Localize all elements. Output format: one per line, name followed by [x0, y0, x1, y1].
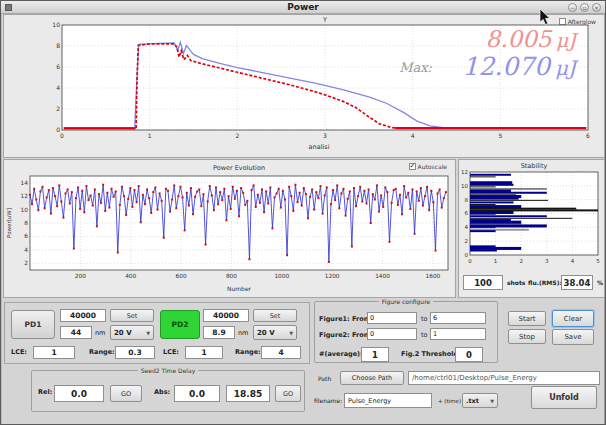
stability-panel: 012345024681012Stability shots flu.(RMS)… [458, 159, 605, 298]
pd1-lce-label: LCE: [11, 348, 27, 356]
rel-input[interactable] [54, 385, 104, 402]
seed2-legend: Seed2 Time Delay [138, 367, 199, 374]
fig2-threshold-label: Fig.2 Threshold: [401, 350, 461, 358]
rel-label: Rel: [38, 388, 52, 396]
mouse-cursor [539, 9, 553, 27]
seed2-time-delay-group: Seed2 Time Delay Rel: GO Abs: GO [31, 367, 305, 412]
abs-input[interactable] [174, 385, 220, 402]
figure1-from-input[interactable] [367, 312, 417, 324]
clear-button[interactable]: Clear [552, 310, 594, 327]
pd1-wavelength-input[interactable] [60, 326, 92, 339]
pd2-lce-input[interactable] [185, 346, 223, 359]
pd2-set-button[interactable]: Set [253, 309, 297, 322]
svg-text:0: 0 [56, 126, 60, 133]
pd2-lce-label: LCE: [163, 348, 179, 356]
svg-text:Power[uW]: Power[uW] [6, 208, 12, 238]
svg-text:Stability: Stability [521, 162, 548, 170]
svg-text:4: 4 [56, 84, 60, 91]
stability-chart: 012345024681012Stability [459, 160, 605, 270]
start-button[interactable]: Start [508, 311, 546, 326]
chevron-down-icon: ▼ [490, 398, 494, 404]
svg-text:4: 4 [411, 132, 415, 139]
svg-text:1000: 1000 [274, 273, 289, 279]
svg-text:6: 6 [586, 132, 590, 139]
svg-text:14: 14 [21, 180, 29, 186]
shots-label: shots [507, 279, 525, 286]
figure2-to-input[interactable] [430, 328, 486, 340]
path-input[interactable] [408, 371, 600, 385]
window-icon [5, 4, 12, 11]
svg-text:2: 2 [465, 238, 469, 244]
fig2-threshold-input[interactable] [455, 347, 483, 362]
figure2-from-input[interactable] [367, 328, 417, 340]
window-title: Power [287, 2, 319, 12]
svg-text:10: 10 [461, 183, 468, 189]
svg-text:400: 400 [125, 273, 136, 279]
close-button[interactable]: × [592, 3, 601, 12]
rel-go-button[interactable]: GO [110, 385, 142, 402]
autoscale-label: Autoscale [418, 163, 447, 170]
svg-text:Y: Y [322, 16, 327, 24]
rms-input[interactable] [561, 275, 593, 290]
svg-text:1: 1 [494, 258, 498, 264]
svg-text:1: 1 [148, 132, 152, 139]
pd2-range-input[interactable] [261, 346, 301, 359]
pd1-range-input[interactable] [115, 346, 155, 359]
maximize-button[interactable]: ▫ [580, 3, 589, 12]
pd1-set-button[interactable]: Set [110, 309, 154, 322]
figure2-from-label: Figure2: From [319, 331, 370, 339]
svg-text:4: 4 [571, 258, 575, 264]
autoscale-checkbox-row[interactable]: Autoscale [409, 163, 447, 170]
svg-text:4: 4 [24, 247, 28, 253]
max-energy-label: Max: [384, 60, 432, 75]
max-energy-readout: 12.070 μJ [436, 52, 576, 81]
svg-text:3: 3 [323, 132, 327, 139]
pd2-nm-label: nm [238, 329, 248, 337]
svg-text:8: 8 [465, 197, 469, 203]
svg-text:2: 2 [519, 258, 523, 264]
figure1-to-input[interactable] [430, 312, 486, 324]
svg-text:0: 0 [465, 252, 469, 258]
rms-label: flu.(RMS): [528, 279, 562, 286]
percent-label: % [597, 279, 603, 286]
power-evolution-chart: 20040060080010001200140016002468101214Po… [4, 160, 456, 298]
chevron-down-icon: ▼ [289, 330, 293, 336]
extension-dropdown[interactable]: .txt▼ [462, 393, 498, 408]
abs2-input[interactable] [226, 385, 270, 402]
svg-text:5: 5 [498, 132, 502, 139]
stop-button[interactable]: Stop [508, 329, 546, 344]
pd1-lce-input[interactable] [33, 346, 75, 359]
svg-text:1400: 1400 [375, 273, 390, 279]
titlebar[interactable]: Power − ▫ × [1, 1, 605, 14]
average-input[interactable] [361, 347, 389, 362]
pd2-button[interactable]: PD2 [160, 310, 200, 339]
pd2-range-label: Range: [235, 348, 261, 356]
pd2-wavelength-input[interactable] [203, 326, 235, 339]
file-save-area: Path Choose Path filename: + (time) .txt… [314, 367, 606, 413]
svg-text:Power Evolution: Power Evolution [213, 164, 265, 172]
autoscale-checkbox[interactable] [409, 163, 416, 170]
unfold-button[interactable]: Unfold [531, 386, 597, 409]
app-window: Power − ▫ × Afterglow 01234560246810Yana… [0, 0, 606, 425]
svg-text:Number: Number [227, 285, 252, 292]
svg-text:3: 3 [545, 258, 549, 264]
choose-path-button[interactable]: Choose Path [340, 371, 404, 385]
save-button[interactable]: Save [552, 329, 594, 345]
svg-text:analisi: analisi [309, 143, 330, 151]
abs-go-button[interactable]: GO [275, 385, 301, 402]
svg-text:2: 2 [235, 132, 239, 139]
pd1-voltage-dropdown[interactable]: 20 V▼ [110, 325, 154, 340]
minimize-button[interactable]: − [568, 3, 577, 12]
pd1-cal-input[interactable] [60, 309, 106, 322]
pd2-cal-input[interactable] [203, 309, 249, 322]
svg-text:10: 10 [21, 207, 29, 213]
average-label: #(average): [319, 350, 363, 358]
shots-input[interactable] [463, 275, 503, 290]
svg-text:12: 12 [461, 169, 468, 175]
svg-text:2: 2 [24, 260, 28, 266]
svg-text:0: 0 [60, 132, 64, 139]
filename-input[interactable] [344, 393, 432, 408]
pd1-button[interactable]: PD1 [11, 310, 55, 339]
path-label: Path [318, 375, 331, 382]
pd2-voltage-dropdown[interactable]: 20 V▼ [253, 325, 297, 340]
